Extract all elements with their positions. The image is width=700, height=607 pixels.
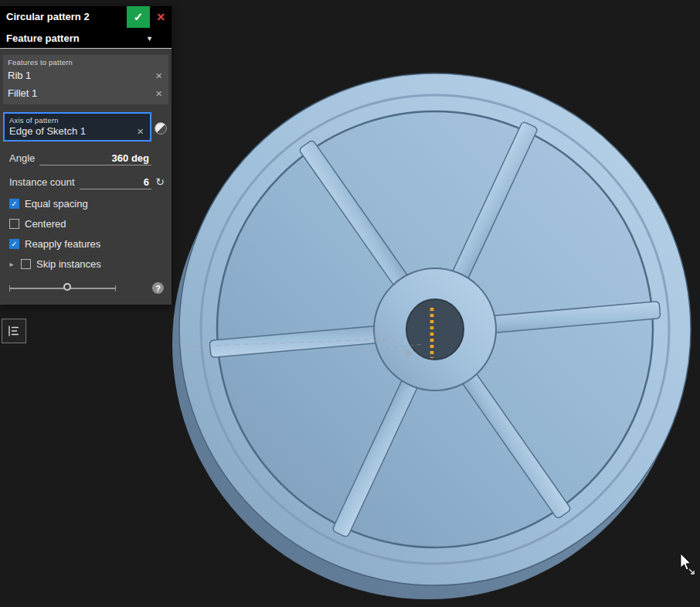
dialog-title: Circular pattern 2 [0,6,127,28]
remove-axis-icon[interactable]: × [135,125,145,137]
expand-chevron-icon[interactable]: ▸ [8,260,15,268]
feature-item-fillet1[interactable]: Fillet 1 × [8,84,164,102]
feature-list-flyout-button[interactable] [2,319,26,343]
reverse-direction-icon[interactable]: ↻ [155,176,165,188]
instance-count-label: Instance count [9,176,75,188]
instance-count-input[interactable]: 6 [80,176,151,189]
feature-item-label: Fillet 1 [8,87,37,99]
circular-pattern-dialog: Circular pattern 2 ✓ ✕ Feature pattern ▾… [0,6,172,305]
angle-label: Angle [9,152,35,164]
close-icon: ✕ [156,11,165,23]
help-button[interactable]: ? [152,282,164,294]
chevron-down-icon: ▾ [148,34,151,43]
features-to-pattern-box[interactable]: Features to pattern Rib 1 × Fillet 1 × [3,55,168,104]
dialog-titlebar: Circular pattern 2 ✓ ✕ [0,6,172,28]
feature-item-rib1[interactable]: Rib 1 × [8,66,164,84]
axis-value: Edge of Sketch 1 [9,125,86,137]
preview-slider[interactable] [9,288,116,289]
equal-spacing-label: Equal spacing [25,198,88,210]
check-icon: ✓ [11,199,17,208]
help-icon: ? [155,284,161,293]
confirm-button[interactable]: ✓ [127,6,150,28]
instance-count-row: Instance count 6 ↻ [9,176,168,189]
direction-toggle-icon[interactable] [155,122,167,135]
check-icon: ✓ [11,240,17,248]
preview-slider-row: ? [9,282,164,294]
centered-label: Centered [25,218,66,230]
pattern-type-value: Feature pattern [6,32,80,44]
axis-of-pattern-box[interactable]: Axis of pattern Edge of Sketch 1 × [3,112,151,142]
skip-instances-checkbox[interactable] [21,259,31,269]
reapply-features-label: Reapply features [25,238,100,250]
dialog-body: Features to pattern Rib 1 × Fillet 1 × A… [0,49,172,305]
centered-row[interactable]: Centered [9,218,168,230]
hub-hole [406,299,464,360]
angle-row: Angle 360 deg [9,152,168,165]
reapply-features-row[interactable]: ✓ Reapply features [9,238,168,250]
equal-spacing-row[interactable]: ✓ Equal spacing [9,198,168,210]
centered-checkbox[interactable] [9,219,19,229]
remove-feature-icon[interactable]: × [154,70,164,81]
equal-spacing-checkbox[interactable]: ✓ [9,199,19,209]
check-icon: ✓ [134,10,144,24]
axis-box-label: Axis of pattern [9,116,145,124]
cancel-button[interactable]: ✕ [150,6,172,28]
pattern-type-dropdown[interactable]: Feature pattern ▾ [0,28,172,49]
skip-instances-row[interactable]: ▸ Skip instances [8,258,168,270]
remove-feature-icon[interactable]: × [154,87,164,99]
slider-handle[interactable] [63,283,71,291]
angle-input[interactable]: 360 deg [39,152,151,165]
axis-row: Axis of pattern Edge of Sketch 1 × [3,112,168,142]
feature-list-icon [7,325,21,337]
reapply-features-checkbox[interactable]: ✓ [9,239,19,249]
feature-item-label: Rib 1 [8,70,31,81]
skip-instances-label: Skip instances [36,258,101,270]
features-box-label: Features to pattern [8,58,164,66]
